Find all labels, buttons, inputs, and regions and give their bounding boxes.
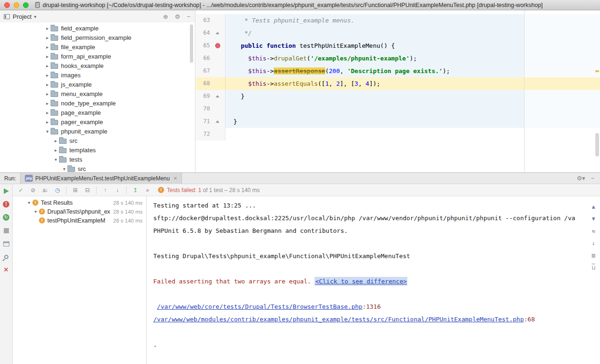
import-test-results-icon[interactable]: ↥ [131,186,139,194]
chevron-right-icon[interactable]: ▸ [52,148,59,153]
chevron-right-icon[interactable]: ▸ [44,54,51,59]
project-tree-item[interactable]: ▸images [0,70,195,80]
test-tree-item[interactable]: !testPhpUnitExampleM28 s 140 ms [13,216,146,225]
chevron-right-icon[interactable]: ▸ [44,35,51,40]
editor-line[interactable]: 64 */ [196,27,600,39]
collapse-all-icon[interactable]: ⊟ [83,186,91,194]
editor-line[interactable]: 71} [196,115,600,128]
show-passed-icon[interactable]: ✓ [16,186,25,194]
project-tree-item[interactable]: ▸node_type_example [0,98,195,108]
more-options-icon[interactable]: » [143,186,151,194]
chevron-down-icon[interactable]: ▾ [52,157,59,162]
down-stack-trace-icon[interactable]: ▼ [589,214,598,223]
chevron-right-icon[interactable]: ▸ [44,63,51,68]
project-tree-item[interactable]: ▸src [0,136,195,145]
chevron-down-icon[interactable]: ▾ [44,129,51,134]
folder-icon [51,111,58,116]
project-tree-item[interactable]: ▸field_permission_example [0,33,195,42]
project-tree-item[interactable]: ▾phpunit_example [0,126,195,136]
project-tree-item[interactable]: ▸file_example [0,42,195,52]
sort-by-duration-icon[interactable]: ◷ [53,186,61,194]
editor-line[interactable]: 68 $this->assertEquals([1, 2], [3, 4]); [196,77,600,90]
editor-line[interactable]: 67 $this->assertResponse(200, 'Descripti… [196,65,600,77]
hide-panel-icon[interactable]: − [187,14,190,20]
stop-icon[interactable] [0,224,12,237]
editor-line[interactable]: 65 public function testPhpUnitExampleMen… [196,39,600,52]
project-tree-item[interactable]: ▸templates [0,145,195,155]
project-tree-item[interactable]: ▸hooks_example [0,61,195,70]
fold-marker-icon[interactable] [210,27,225,39]
scrollbar-thumb[interactable] [190,24,193,63]
editor-line[interactable]: 69 } [196,90,600,103]
restore-layout-icon[interactable] [0,238,12,250]
project-tree-item[interactable]: ▾src [0,164,195,172]
rerun-failed-tests-icon[interactable]: ! [0,198,12,210]
project-item-label: field_permission_example [61,34,131,41]
project-item-label: js_example [61,81,92,88]
sort-alphabetically-icon[interactable]: a↓ [41,186,49,194]
chevron-right-icon[interactable]: ▸ [44,91,51,97]
zoom-window-button[interactable] [23,2,29,8]
project-tree-item[interactable]: ▸pager_example [0,117,195,126]
test-tree-item[interactable]: ▾!Test Results28 s 140 ms [13,198,146,207]
project-tree-item[interactable]: ▸form_api_example [0,52,195,61]
project-tree-item[interactable]: ▸js_example [0,80,195,89]
code-editor[interactable]: 63 * Tests phpunit_example menus.64 */65… [196,10,600,172]
project-panel-title[interactable]: Project [13,13,31,20]
show-ignored-icon[interactable]: ⊘ [29,186,37,194]
close-window-button[interactable] [4,2,10,8]
editor-line[interactable]: 66 $this->drupalGet('/examples/phpunit-e… [196,52,600,65]
soft-wrap-icon[interactable]: ⇆ [589,226,598,236]
run-console[interactable]: Testing started at 13:25 ...sftp://docke… [147,196,600,364]
project-item-label: templates [69,147,96,154]
settings-gear-icon[interactable]: ⚙▾ [577,175,585,181]
project-tree-item[interactable]: ▸field_example [0,23,195,33]
toggle-auto-test-icon[interactable]: ↻ [0,211,12,223]
chevron-right-icon[interactable]: ▸ [44,26,51,31]
close-tab-icon[interactable]: × [173,175,177,182]
scroll-to-end-icon[interactable]: ↓ [589,238,598,248]
chevron-right-icon[interactable]: ▸ [44,45,51,50]
project-tree-item[interactable]: ▾tests [0,155,195,164]
editor-line[interactable]: 63 * Tests phpunit_example menus. [196,14,600,27]
chevron-right-icon[interactable]: ▸ [44,119,51,125]
chevron-down-icon[interactable]: ▾ [34,14,36,19]
up-stack-trace-icon[interactable]: ▲ [589,202,598,211]
next-failed-test-icon[interactable]: ↓ [113,186,121,194]
clear-all-icon[interactable]: ⊔ [589,263,598,272]
minimize-window-button[interactable] [14,2,19,8]
chevron-right-icon[interactable]: ▸ [52,138,59,143]
test-tree-item[interactable]: ▾!Drupal\Tests\phpunit_ex28 s 140 ms [13,207,146,216]
test-failed-gutter-icon[interactable] [210,39,225,52]
expand-all-icon[interactable]: ⊞ [71,186,79,194]
project-tree-item[interactable]: ▸menu_example [0,89,195,98]
chevron-down-icon[interactable]: ▾ [26,200,32,205]
print-icon[interactable]: ▤ [589,251,598,260]
chevron-right-icon[interactable]: ▸ [44,82,51,87]
scrollbar-thumb[interactable] [595,133,599,156]
fold-marker-icon[interactable] [210,90,225,103]
fold-marker-icon[interactable] [210,115,225,128]
editor-line[interactable]: 70 [196,103,600,115]
view-diff-link[interactable]: <Click to see difference> [315,277,407,286]
close-icon[interactable]: × [0,264,12,276]
previous-failed-test-icon[interactable]: ↑ [101,186,109,194]
chevron-down-icon[interactable]: ▾ [61,166,68,171]
chevron-right-icon[interactable]: ▸ [44,101,51,106]
settings-gear-icon[interactable]: ⚙ [175,14,180,20]
chevron-down-icon[interactable]: ▾ [32,209,39,214]
warning-stripe-mark[interactable] [595,70,599,72]
chevron-right-icon[interactable]: ▸ [44,110,51,115]
project-tree-item[interactable]: ▸page_example [0,108,195,117]
run-tab[interactable]: php PHPUnitExampleMenuTest.testPhpUnitEx… [20,173,181,184]
editor-line[interactable]: 72 [196,128,600,141]
file-link[interactable]: /var/www/web/modules/contrib/examples/ph… [153,316,524,323]
hide-panel-icon[interactable]: − [591,175,594,181]
folder-icon [59,148,67,153]
pin-tab-icon[interactable] [0,251,12,263]
chevron-right-icon[interactable]: ▸ [44,73,51,78]
tests-failed-text: Tests failed: 1 [167,187,201,193]
rerun-icon[interactable] [0,185,12,197]
locate-file-icon[interactable]: ⊕ [163,14,168,20]
file-link[interactable]: /var/www/web/core/tests/Drupal/Tests/Bro… [157,303,362,310]
